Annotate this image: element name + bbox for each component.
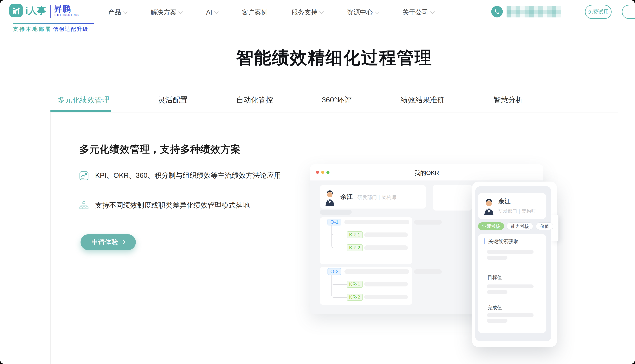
target-value-label: 目标值 xyxy=(488,274,502,281)
org-structure-icon xyxy=(79,201,89,210)
kr-tag: KR-1 xyxy=(347,232,363,238)
placeholder-bar xyxy=(487,319,507,322)
placeholder-pill xyxy=(320,210,352,215)
tag-ability-review[interactable]: 能力考核 xyxy=(507,222,533,230)
accent-bar xyxy=(484,238,485,244)
page-title: 智能绩效精细化过程管理 xyxy=(51,46,618,70)
review-detail-card: 关键线索获取 目标值 完成值 xyxy=(478,234,546,333)
placeholder-bar xyxy=(364,295,408,300)
apply-trial-label: 申请体验 xyxy=(92,238,118,247)
placeholder-bar xyxy=(487,313,534,317)
employee-profile-card: 余江 研发部门｜架构师 xyxy=(478,193,546,219)
tab-auto-control[interactable]: 自动化管控 xyxy=(236,95,273,105)
placeholder-bar xyxy=(364,282,408,286)
brand-slogan-right: 信创适配升级 xyxy=(53,26,89,32)
nav-item-solutions[interactable]: 解决方案 xyxy=(151,8,182,17)
tag-value[interactable]: 价值 xyxy=(536,222,553,230)
avatar xyxy=(484,198,494,215)
placeholder-bar xyxy=(364,246,408,250)
objective-tag: O-2 xyxy=(327,268,341,275)
employee-card: 余江 研发部门｜架构师 xyxy=(320,185,426,208)
tag-performance-review[interactable]: 业绩考核 xyxy=(478,222,504,230)
nav-item-label: 资源中心 xyxy=(347,8,373,17)
tree-connector xyxy=(331,275,347,298)
phone-handset-glyph xyxy=(494,9,500,15)
brand-name-secondary: 昇鹏 xyxy=(54,3,71,14)
feature-panel: 多元化绩效管理，支持多种绩效方案 KPI、OKR、360、积分制与组织绩效等主流… xyxy=(51,112,618,364)
chevron-down-icon xyxy=(319,9,324,14)
placeholder-bar xyxy=(414,269,442,274)
tab-multi-performance[interactable]: 多元化绩效管理 xyxy=(58,95,109,105)
phone-number-blurred xyxy=(507,6,561,18)
objective-tag: O-1 xyxy=(327,218,341,226)
page: i人事 昇鹏 SHENGPENG 支持本地部署 信创适配升级 产品 解决方案 A… xyxy=(0,0,635,364)
feature-bullet-text: 支持不同绩效制度或职类差异化绩效管理模式落地 xyxy=(95,199,250,212)
trend-chart-icon xyxy=(79,171,89,180)
tab-smart-analysis[interactable]: 智慧分析 xyxy=(493,95,523,105)
feature-heading: 多元化绩效管理，支持多种绩效方案 xyxy=(79,143,241,156)
avatar xyxy=(325,189,335,206)
phone-icon xyxy=(491,6,503,18)
tab-accurate-results[interactable]: 绩效结果准确 xyxy=(400,95,445,105)
logo-glyph xyxy=(11,6,21,15)
dashed-divider xyxy=(487,267,539,267)
chevron-down-icon xyxy=(123,9,127,14)
window-titlebar: 我的OKR xyxy=(310,164,543,180)
chevron-down-icon xyxy=(375,9,379,14)
overlay-inner-panel: 余江 研发部门｜架构师 业绩考核 能力考核 价值 关键线索获取 目标值 xyxy=(475,186,551,341)
login-button-partial[interactable] xyxy=(622,5,635,19)
kr-tag: KR-2 xyxy=(347,244,363,251)
placeholder-bar xyxy=(487,290,507,294)
free-trial-button[interactable]: 免费试用 xyxy=(585,5,611,19)
window-title: 我的OKR xyxy=(310,169,543,177)
feature-tabs: 多元化绩效管理 灵活配置 自动化管控 360°环评 绩效结果准确 智慧分析 xyxy=(58,95,523,105)
brand-divider xyxy=(50,5,51,18)
nav-item-ai[interactable]: AI xyxy=(206,9,218,16)
feature-bullet-text: KPI、OKR、360、积分制与组织绩效等主流绩效方法论应用 xyxy=(95,169,281,182)
nav-item-label: 解决方案 xyxy=(151,8,176,17)
employee-dept: 研发部门｜架构师 xyxy=(498,208,536,214)
nav-item-label: 关于公司 xyxy=(402,8,428,17)
chevron-down-icon xyxy=(214,9,219,14)
review-overlay-panel: 余江 研发部门｜架构师 业绩考核 能力考核 价值 关键线索获取 目标值 xyxy=(472,182,557,347)
okr-card-1: O-1 KR-1 KR-2 xyxy=(320,217,412,264)
nav-item-label: 产品 xyxy=(108,8,121,17)
nav-item-label: 服务支持 xyxy=(292,8,317,17)
employee-dept: 研发部门｜架构师 xyxy=(357,194,396,200)
kr-tag: KR-2 xyxy=(347,294,363,301)
chevron-down-icon xyxy=(178,9,183,14)
brand-name-secondary-sub: SHENGPENG xyxy=(54,14,79,17)
nav-item-products[interactable]: 产品 xyxy=(108,8,127,17)
done-value-label: 完成值 xyxy=(488,304,502,311)
nav-item-label: AI xyxy=(206,9,212,16)
employee-name: 余江 xyxy=(340,193,353,201)
chevron-right-icon xyxy=(121,240,126,245)
tab-360-review[interactable]: 360°环评 xyxy=(322,95,352,105)
apply-trial-button[interactable]: 申请体验 xyxy=(81,234,136,250)
placeholder-bar xyxy=(344,220,409,224)
employee-card-partial xyxy=(433,185,472,210)
placeholder-bar xyxy=(344,269,409,274)
main-nav: 产品 解决方案 AI 客户案例 服务支持 资源中心 关于公司 xyxy=(108,8,434,17)
placeholder-bar xyxy=(487,256,507,260)
kr-tag: KR-1 xyxy=(347,281,363,288)
brand-slogan-left: 支持本地部署 xyxy=(13,26,52,32)
review-type-tags: 业绩考核 能力考核 价值 xyxy=(478,222,553,230)
tab-flexible-config[interactable]: 灵活配置 xyxy=(158,95,187,105)
brand-gradient-line xyxy=(13,24,94,24)
placeholder-bar xyxy=(364,232,408,237)
chevron-down-icon xyxy=(430,9,435,14)
active-tab-underline xyxy=(51,110,111,112)
detail-section-title: 关键线索获取 xyxy=(488,238,518,245)
feature-bullet: KPI、OKR、360、积分制与组织绩效等主流绩效方法论应用 xyxy=(79,169,308,182)
nav-item-resources[interactable]: 资源中心 xyxy=(347,8,379,17)
ihr-logo-icon[interactable] xyxy=(9,4,23,17)
nav-item-about[interactable]: 关于公司 xyxy=(402,8,434,17)
placeholder-bar xyxy=(487,250,534,254)
nav-item-cases[interactable]: 客户案例 xyxy=(242,8,268,17)
employee-name: 余江 xyxy=(498,197,511,206)
brand-name-primary: i人事 xyxy=(26,5,46,17)
placeholder-bar xyxy=(487,284,534,288)
nav-item-label: 客户案例 xyxy=(242,8,268,17)
nav-item-support[interactable]: 服务支持 xyxy=(292,8,323,17)
